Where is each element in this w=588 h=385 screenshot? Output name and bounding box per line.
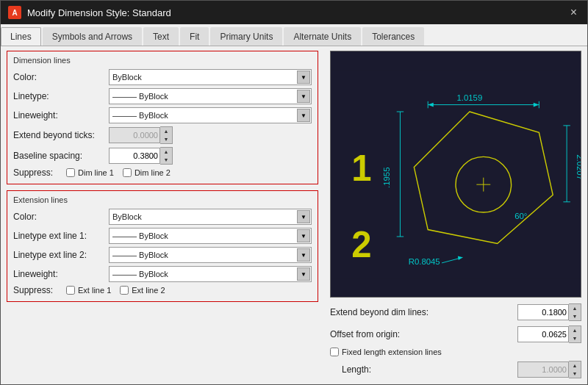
length-row: Length: ▲ ▼ [330, 361, 581, 378]
color-label: Color: [13, 72, 109, 82]
ext-color-select-wrapper: ByBlock ▼ [109, 209, 312, 225]
extend-beyond-input[interactable] [517, 304, 569, 320]
ext-suppress-row: Suppress: Ext line 1 Ext line 2 [13, 285, 312, 295]
window-title: Modify Dimension Style: Standard [27, 7, 171, 18]
baseline-up[interactable]: ▲ [160, 148, 172, 156]
extension-lines-title: Extension lines [13, 195, 312, 204]
dimension-lines-title: Dimension lines [13, 56, 312, 65]
ext-color-select[interactable]: ByBlock [109, 209, 312, 225]
baseline-spinner: ▲ ▼ [109, 147, 173, 165]
ext-color-label: Color: [13, 212, 109, 222]
suppress-row: Suppress: Dim line 1 Dim line 2 [13, 168, 312, 178]
svg-text:1.0159: 1.0159 [457, 93, 483, 102]
dim-line2-label: Dim line 2 [135, 168, 171, 177]
linetype1-select[interactable]: ——— ByBlock [109, 228, 312, 244]
ext-line1-label: Ext line 1 [78, 286, 111, 295]
fixed-length-checkbox[interactable] [330, 348, 339, 356]
extension-lines-section: Extension lines Color: ByBlock ▼ Linetyp… [7, 190, 318, 302]
preview-svg: 1 2 1.0159 [331, 51, 581, 297]
tab-bar: Lines Symbols and Arrows Text Fit Primar… [1, 24, 587, 46]
linetype-label: Linetype: [13, 91, 109, 101]
tab-fit[interactable]: Fit [180, 27, 209, 46]
svg-text:R0.8045: R0.8045 [409, 257, 440, 266]
autocad-logo: A [8, 6, 21, 19]
length-input[interactable] [517, 361, 569, 378]
fixed-length-label: Fixed length extension lines [342, 348, 442, 356]
ext-line2-checkbox-item: Ext line 2 [120, 286, 165, 295]
linetype-select-wrapper: ——— ByBlock ▼ [109, 88, 312, 104]
ext-line1-checkbox-item: Ext line 1 [66, 286, 111, 295]
offset-spinner-btns: ▲ ▼ [569, 325, 581, 343]
extend-ticks-row: Extend beyond ticks: 0.0000 ▲ ▼ [13, 126, 312, 144]
lineweight-row: Lineweight: ——— ByBlock ▼ [13, 107, 312, 123]
main-content: Dimension lines Color: ByBlock ▼ Linetyp… [1, 46, 587, 384]
dim-line1-checkbox-item: Dim line 1 [66, 168, 114, 177]
tab-lines[interactable]: Lines [1, 27, 41, 46]
tab-text[interactable]: Text [143, 27, 179, 46]
ext-lineweight-select[interactable]: ——— ByBlock [109, 266, 312, 282]
svg-text:1: 1 [351, 148, 371, 188]
close-button[interactable]: × [567, 6, 580, 19]
main-window: A Modify Dimension Style: Standard × Lin… [0, 0, 588, 385]
svg-text:60°: 60° [514, 212, 527, 220]
linetype-row: Linetype: ——— ByBlock ▼ [13, 88, 312, 104]
right-props-area: Extend beyond dim lines: ▲ ▼ Offset from… [330, 303, 581, 380]
tab-tolerances[interactable]: Tolerances [362, 27, 424, 46]
ext-line1-checkbox[interactable] [66, 286, 75, 295]
baseline-spinner-btns: ▲ ▼ [160, 147, 173, 165]
baseline-row: Baseline spacing: ▲ ▼ [13, 147, 312, 165]
linetype1-label: Linetype ext line 1: [13, 231, 109, 241]
extend-beyond-up[interactable]: ▲ [569, 304, 581, 312]
ext-line2-checkbox[interactable] [120, 286, 129, 295]
length-down[interactable]: ▼ [569, 370, 581, 378]
baseline-input[interactable] [109, 148, 160, 164]
linetype1-row: Linetype ext line 1: ——— ByBlock ▼ [13, 228, 312, 244]
extend-ticks-label: Extend beyond ticks: [13, 130, 109, 140]
baseline-down[interactable]: ▼ [160, 156, 172, 164]
title-bar-left: A Modify Dimension Style: Standard [8, 6, 171, 19]
length-up[interactable]: ▲ [569, 361, 581, 370]
extend-ticks-input[interactable]: 0.0000 [109, 127, 160, 143]
color-row: Color: ByBlock ▼ [13, 69, 312, 85]
offset-label: Offset from origin: [330, 329, 517, 339]
preview-area: 1 2 1.0159 [330, 51, 581, 298]
offset-up[interactable]: ▲ [569, 326, 581, 334]
color-select-wrapper: ByBlock ▼ [109, 69, 312, 85]
svg-text:.1955: .1955 [382, 168, 391, 188]
right-panel: 1 2 1.0159 [324, 46, 587, 384]
color-select[interactable]: ByBlock [109, 69, 312, 85]
dim-line2-checkbox-item: Dim line 2 [123, 168, 171, 177]
linetype2-row: Linetype ext line 2: ——— ByBlock ▼ [13, 247, 312, 263]
extend-ticks-spinner-btns: ▲ ▼ [160, 126, 173, 144]
length-spinner-btns: ▲ ▼ [569, 361, 581, 378]
dim-line1-checkbox[interactable] [66, 168, 75, 177]
ext-lineweight-row: Lineweight: ——— ByBlock ▼ [13, 266, 312, 282]
tab-symbols[interactable]: Symbols and Arrows [43, 27, 142, 46]
tab-primary[interactable]: Primary Units [210, 27, 282, 46]
offset-input[interactable] [517, 326, 569, 342]
length-label: Length: [330, 364, 517, 375]
baseline-label: Baseline spacing: [13, 151, 109, 161]
tab-alternate[interactable]: Alternate Units [284, 27, 361, 46]
offset-row: Offset from origin: ▲ ▼ [330, 325, 581, 343]
ext-lineweight-select-wrapper: ——— ByBlock ▼ [109, 266, 312, 282]
svg-text:2: 2 [351, 225, 371, 265]
lineweight-label: Lineweight: [13, 110, 109, 120]
extend-beyond-spinner-btns: ▲ ▼ [569, 303, 581, 321]
extend-beyond-label: Extend beyond dim lines: [330, 307, 517, 317]
ext-color-row: Color: ByBlock ▼ [13, 209, 312, 225]
offset-down[interactable]: ▼ [569, 334, 581, 342]
extend-beyond-down[interactable]: ▼ [569, 312, 581, 320]
title-bar: A Modify Dimension Style: Standard × [1, 1, 587, 24]
extend-ticks-down[interactable]: ▼ [160, 135, 172, 143]
ext-suppress-label: Suppress: [13, 285, 57, 295]
lineweight-select-wrapper: ——— ByBlock ▼ [109, 107, 312, 123]
linetype-select[interactable]: ——— ByBlock [109, 88, 312, 104]
extend-ticks-up[interactable]: ▲ [160, 127, 172, 135]
linetype2-select[interactable]: ——— ByBlock [109, 247, 312, 263]
lineweight-select[interactable]: ——— ByBlock [109, 107, 312, 123]
extend-ticks-spinner: 0.0000 ▲ ▼ [109, 126, 173, 144]
left-panel: Dimension lines Color: ByBlock ▼ Linetyp… [1, 46, 324, 384]
dim-line2-checkbox[interactable] [123, 168, 132, 177]
dimension-lines-section: Dimension lines Color: ByBlock ▼ Linetyp… [7, 51, 318, 184]
